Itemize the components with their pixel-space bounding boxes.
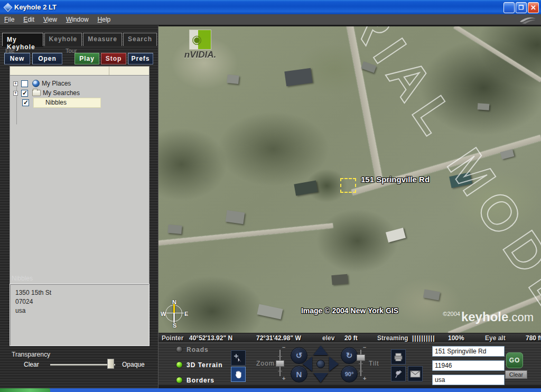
open-button[interactable]: Open — [32, 53, 62, 64]
tree-item-my-places[interactable]: + My Places — [13, 79, 71, 88]
print-button[interactable] — [391, 349, 406, 365]
nibbles-checkbox[interactable] — [22, 99, 29, 106]
pan-tool-button[interactable] — [231, 367, 246, 382]
email-button[interactable] — [408, 366, 423, 381]
app-logo-icon — [4, 3, 12, 11]
tree-item-my-searches[interactable]: + My Searches — [13, 88, 80, 98]
building — [423, 290, 440, 301]
roads-led-icon[interactable] — [176, 346, 183, 353]
eye-alt-value: 780 ft — [526, 334, 541, 342]
compass-south-label: S — [173, 322, 176, 329]
tilt-slider[interactable]: – + — [356, 346, 366, 384]
transparency-slider-track[interactable] — [50, 364, 115, 366]
terrain-layer-label[interactable]: 3D Terrain — [186, 361, 222, 369]
my-places-checkbox[interactable] — [21, 80, 28, 87]
building — [386, 228, 406, 242]
pointer-tool-button[interactable] — [231, 350, 246, 366]
clear-button[interactable]: Clear — [505, 370, 527, 379]
nvidia-watermark: nVIDIA. — [178, 30, 223, 60]
zoom-slider[interactable]: – + — [275, 346, 285, 384]
prefs-button[interactable]: Prefs — [128, 53, 153, 64]
transparency-slider-handle[interactable] — [107, 359, 114, 369]
tree-item-nibbles[interactable]: Nibbles — [22, 98, 101, 107]
dpad-center-dot[interactable] — [316, 360, 325, 368]
pan-up-button[interactable] — [313, 346, 328, 355]
globe-icon — [32, 80, 40, 87]
minimize-button[interactable]: _ — [503, 2, 515, 13]
transparency-opaque-label: Opaque — [122, 361, 145, 368]
tree-item-label[interactable]: My Searches — [43, 89, 80, 97]
new-button[interactable]: New — [4, 53, 30, 64]
borders-led-icon[interactable] — [176, 377, 183, 384]
zoom-slider-handle[interactable] — [276, 360, 284, 367]
details-panel-title: Nibbles — [12, 275, 33, 282]
tilt-max-label[interactable]: + — [363, 375, 366, 381]
pan-left-button[interactable] — [303, 357, 312, 371]
go-button[interactable]: GO — [506, 352, 523, 368]
roads-layer-label[interactable]: Roads — [186, 346, 209, 353]
tab-keyhole[interactable]: Keyhole — [44, 33, 82, 46]
sidebar-tabs: My Keyhole Keyhole Measure Search — [2, 33, 158, 46]
tab-measure[interactable]: Measure — [83, 33, 122, 46]
tab-my-keyhole[interactable]: My Keyhole — [2, 33, 43, 46]
place-label: 151 Springville Rd — [361, 175, 430, 184]
zoom-label: Zoom — [256, 360, 275, 367]
sidebar: My Keyhole Keyhole Measure Search File T… — [0, 25, 158, 388]
terrain-led-icon[interactable] — [176, 361, 183, 368]
pan-right-button[interactable] — [329, 357, 339, 371]
expand-icon[interactable]: + — [13, 81, 18, 86]
menu-help[interactable]: Help — [98, 15, 116, 24]
printer-icon — [394, 353, 403, 361]
tree-item-label[interactable]: My Places — [42, 80, 71, 87]
stop-button[interactable]: Stop — [101, 53, 126, 64]
search-result-marker[interactable] — [340, 178, 356, 193]
crosshair-pointer-icon — [234, 353, 243, 363]
pan-down-button[interactable] — [313, 373, 328, 382]
transparency-clear-label: Clear — [24, 361, 39, 368]
pushpin-icon — [394, 369, 403, 379]
menu-file[interactable]: File — [4, 15, 19, 24]
menu-window[interactable]: Window — [66, 15, 94, 24]
borders-layer-label[interactable]: Borders — [186, 377, 214, 384]
compass-north-label: N — [172, 299, 176, 305]
placemark-button[interactable] — [391, 366, 406, 381]
details-country: usa — [15, 306, 144, 315]
pointer-latitude: 40°52'13.92" N — [189, 334, 232, 342]
country-input[interactable] — [432, 375, 505, 385]
details-box: 1350 15th St 07024 usa — [10, 284, 150, 346]
zoom-in-label[interactable]: + — [282, 375, 285, 381]
direction-pad — [303, 346, 339, 382]
tilt-min-label[interactable]: – — [363, 344, 366, 350]
play-button[interactable]: Play — [74, 53, 99, 64]
places-list-header — [10, 66, 150, 76]
details-street: 1350 15th St — [15, 288, 144, 297]
details-zip: 07024 — [15, 297, 144, 306]
streaming-bars-indicator: |||||||||| — [412, 334, 435, 342]
window-title: Keyhole 2 LT — [14, 3, 57, 11]
close-button[interactable]: ✕ — [528, 2, 539, 13]
tree-item-label-selected[interactable]: Nibbles — [33, 98, 101, 108]
building — [167, 225, 182, 234]
street-address-input[interactable] — [432, 346, 505, 357]
my-searches-checkbox[interactable] — [21, 90, 28, 97]
folder-icon — [32, 90, 41, 96]
start-button-sliver[interactable] — [0, 388, 50, 392]
zip-code-input[interactable] — [432, 360, 505, 371]
tilt-slider-handle[interactable] — [357, 354, 365, 361]
places-tree: + My Places + My Searches Nibbles — [10, 76, 150, 298]
transparency-label: Transparency — [12, 351, 50, 358]
windows-taskbar[interactable] — [0, 388, 541, 392]
building — [226, 210, 245, 225]
building — [294, 181, 318, 196]
restore-button[interactable]: ❐ — [516, 2, 527, 13]
menu-edit[interactable]: Edit — [23, 15, 39, 24]
copyright-year: ©2004 — [443, 311, 460, 317]
keyhole-swoosh-icon — [517, 14, 538, 25]
menu-bar: File Edit View Window Help — [0, 14, 541, 25]
tab-search[interactable]: Search — [123, 33, 157, 46]
map-viewport[interactable]: TRIAL MODE nVIDIA. 151 Springville Rd N … — [158, 26, 541, 333]
menu-view[interactable]: View — [43, 15, 62, 24]
expand-icon[interactable]: + — [13, 91, 18, 96]
zoom-out-label[interactable]: – — [282, 344, 285, 350]
pointer-longitude: 72°31'42.98" W — [256, 334, 301, 342]
